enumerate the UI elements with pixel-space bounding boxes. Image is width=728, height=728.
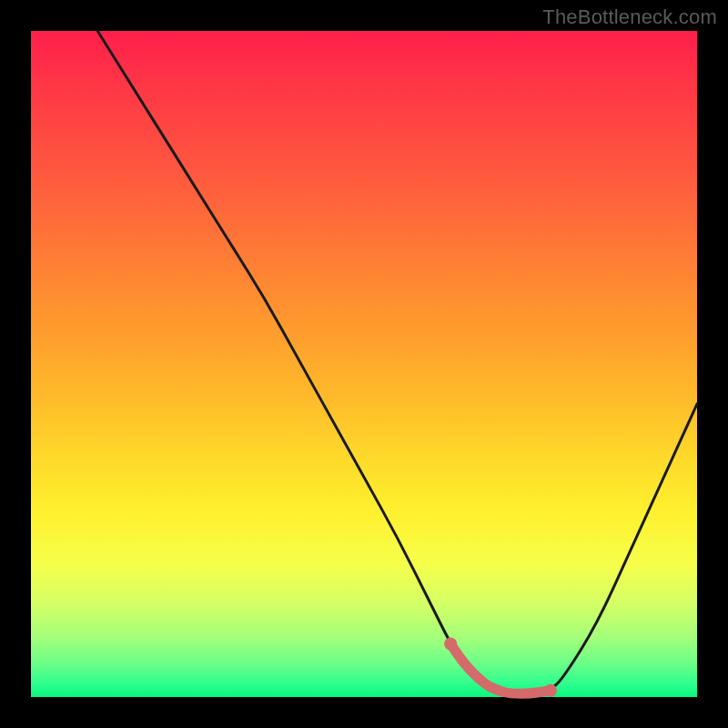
optimal-range-end-dot	[544, 684, 557, 697]
optimal-range-start-dot	[444, 637, 457, 650]
chart-frame: TheBottleneck.com	[0, 0, 728, 728]
optimal-range-highlight	[450, 643, 551, 693]
bottleneck-curve	[97, 31, 697, 693]
plot-area	[31, 31, 697, 697]
watermark-text: TheBottleneck.com	[542, 5, 717, 29]
curve-svg	[31, 31, 697, 697]
